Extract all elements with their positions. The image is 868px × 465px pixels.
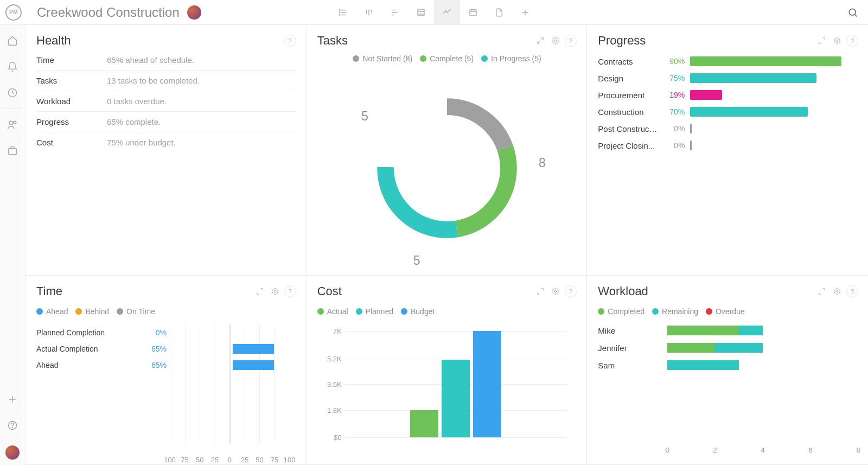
expand-button[interactable] xyxy=(534,285,546,297)
progress-row: Project Closin...0% xyxy=(598,141,858,150)
help-button[interactable]: ? xyxy=(846,285,858,297)
legend-item: Complete (5) xyxy=(420,54,474,63)
view-tab-sheet[interactable] xyxy=(408,0,434,24)
card-tasks: Tasks ? Not Started (8) Complete (5) In … xyxy=(307,25,588,276)
gear-button[interactable] xyxy=(831,285,843,297)
legend-item: Remaining xyxy=(652,307,698,316)
tasks-donut: 8 5 5 xyxy=(317,66,577,270)
card-title: Progress xyxy=(598,34,646,48)
svg-rect-26 xyxy=(9,149,17,155)
cost-bar xyxy=(442,360,470,437)
svg-point-21 xyxy=(849,9,856,15)
progress-row: Post Construct...0% xyxy=(598,124,858,133)
time-row: Ahead65% xyxy=(36,357,296,373)
svg-point-37 xyxy=(836,40,838,42)
progress-row: Construction70% xyxy=(598,107,858,117)
donut-label-in-progress: 5 xyxy=(361,109,368,124)
health-row-cost: Cost75% under budget. xyxy=(36,132,296,150)
svg-point-38 xyxy=(834,38,840,44)
donut-label-not-started: 8 xyxy=(539,156,546,170)
workload-ticks: 02468 xyxy=(598,446,858,459)
legend-item: Overdue xyxy=(706,307,745,316)
cost-bar xyxy=(410,410,438,437)
sidebar-home-icon[interactable] xyxy=(7,35,18,47)
card-progress: Progress ? Contracts90%Design75%Procurem… xyxy=(587,25,868,276)
time-chart: Planned Completion0%Actual Completion65%… xyxy=(36,321,296,459)
svg-point-33 xyxy=(555,40,557,42)
help-button[interactable]: ? xyxy=(565,285,577,297)
cost-chart: 7K5.2K3.5K1.8K$0 xyxy=(317,321,577,459)
expand-button[interactable] xyxy=(816,285,828,297)
sidebar-notifications-icon[interactable] xyxy=(7,61,18,73)
progress-row: Design75% xyxy=(598,73,858,83)
gear-button[interactable] xyxy=(550,285,561,297)
time-row: Planned Completion0% xyxy=(36,324,296,341)
workload-legend: Completed Remaining Overdue xyxy=(598,307,858,316)
legend-item: Not Started (8) xyxy=(353,54,412,63)
sidebar-help-icon[interactable] xyxy=(7,419,18,431)
dashboard-grid: Health ? Time65% ahead of schedule. Task… xyxy=(25,25,868,465)
card-cost: Cost ? Actual Planned Budget 7K5.2K3.5K1… xyxy=(307,276,588,465)
gear-button[interactable] xyxy=(269,285,281,297)
workload-row: Mike xyxy=(598,326,858,335)
svg-point-42 xyxy=(553,289,559,295)
view-tab-list[interactable] xyxy=(330,0,356,24)
expand-button[interactable] xyxy=(534,35,546,47)
svg-point-43 xyxy=(836,291,838,293)
project-avatar[interactable] xyxy=(187,5,201,20)
expand-button[interactable] xyxy=(254,285,266,297)
sidebar-add-icon[interactable] xyxy=(7,393,18,405)
workload-row: Sam xyxy=(598,360,858,370)
card-health: Health ? Time65% ahead of schedule. Task… xyxy=(25,25,307,276)
sidebar-activity-icon[interactable] xyxy=(7,87,18,99)
svg-point-5 xyxy=(339,14,340,15)
health-row-time: Time65% ahead of schedule. xyxy=(36,53,296,71)
view-tab-files[interactable] xyxy=(486,0,512,24)
health-row-workload: Workload0 tasks overdue. xyxy=(36,91,296,112)
sidebar-team-icon[interactable] xyxy=(7,119,18,131)
card-workload: Workload ? Completed Remaining Overdue M… xyxy=(587,276,868,465)
svg-point-30 xyxy=(12,428,13,428)
svg-point-24 xyxy=(9,121,13,125)
card-title: Tasks xyxy=(317,34,348,48)
svg-rect-12 xyxy=(418,9,424,16)
card-time: Time ? Ahead Behind On Time Planned Comp… xyxy=(25,276,307,465)
help-button[interactable]: ? xyxy=(565,35,577,47)
help-button[interactable]: ? xyxy=(284,285,296,297)
help-button[interactable]: ? xyxy=(284,35,296,47)
workload-rows: MikeJenniferSam xyxy=(598,321,858,370)
card-title: Health xyxy=(36,34,71,48)
legend-item: On Time xyxy=(117,307,155,316)
view-tab-dashboard[interactable] xyxy=(434,0,460,24)
legend-item: Actual xyxy=(317,307,348,316)
view-tabs xyxy=(330,0,538,24)
svg-point-41 xyxy=(555,291,557,293)
health-rows: Time65% ahead of schedule. Tasks13 tasks… xyxy=(36,53,296,150)
card-title: Time xyxy=(36,284,62,298)
legend-item: Completed xyxy=(598,307,644,316)
search-button[interactable] xyxy=(847,7,858,18)
svg-point-44 xyxy=(834,289,840,295)
sidebar xyxy=(0,25,25,465)
progress-row: Procurement19% xyxy=(598,90,858,100)
svg-point-3 xyxy=(339,9,340,10)
view-tab-calendar[interactable] xyxy=(460,0,486,24)
gear-button[interactable] xyxy=(831,35,843,47)
expand-button[interactable] xyxy=(816,35,828,47)
sidebar-user-avatar[interactable] xyxy=(5,445,20,460)
svg-line-32 xyxy=(538,41,540,43)
sidebar-portfolio-icon[interactable] xyxy=(7,145,18,157)
svg-point-40 xyxy=(272,289,278,295)
gear-button[interactable] xyxy=(550,35,561,47)
view-tab-gantt[interactable] xyxy=(382,0,408,24)
legend-item: In Progress (5) xyxy=(481,54,541,63)
app-logo[interactable]: PM xyxy=(5,4,22,21)
donut-label-complete: 5 xyxy=(413,253,420,268)
view-tab-board[interactable] xyxy=(356,0,382,24)
view-tab-add[interactable] xyxy=(512,0,538,24)
health-row-tasks: Tasks13 tasks to be completed. xyxy=(36,71,296,91)
svg-line-22 xyxy=(854,14,857,16)
tasks-legend: Not Started (8) Complete (5) In Progress… xyxy=(317,54,577,63)
help-button[interactable]: ? xyxy=(846,35,858,47)
time-row: Actual Completion65% xyxy=(36,341,296,357)
